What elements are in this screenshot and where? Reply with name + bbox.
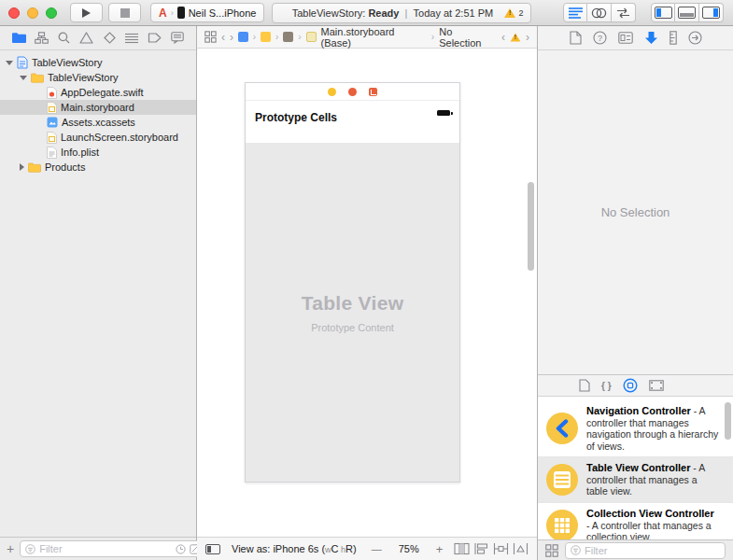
scheme-selector[interactable]: A › Neil S...iPhone — [150, 3, 264, 22]
folder-icon — [31, 73, 44, 83]
tree-item-group[interactable]: TableViewStory — [0, 70, 196, 85]
storyboard-file-icon — [47, 132, 57, 144]
toggle-navigator-button[interactable] — [651, 3, 675, 22]
tree-item-assets[interactable]: Assets.xcassets — [0, 115, 196, 130]
editor-mode-group — [563, 3, 636, 22]
back-button[interactable]: ‹ — [221, 31, 225, 44]
quick-help-inspector-icon[interactable]: ? — [593, 31, 607, 45]
tree-item-launchscreen[interactable]: LaunchScreen.storyboard — [0, 130, 196, 145]
tree-item-appdelegate[interactable]: AppDelegate.swift — [0, 85, 196, 100]
attributes-inspector-icon[interactable] — [644, 31, 658, 45]
version-editor-icon — [616, 7, 630, 19]
library-filter-field[interactable] — [565, 542, 726, 559]
project-navigator-tab[interactable] — [9, 29, 28, 48]
zoom-window-button[interactable] — [46, 7, 57, 19]
library-item-text: Table View Controller - A controller tha… — [586, 462, 720, 497]
forward-button[interactable]: › — [230, 31, 233, 44]
standard-editor-button[interactable] — [563, 3, 587, 22]
toggle-utilities-button[interactable] — [699, 3, 724, 22]
jump-bar-document[interactable]: Main.storyboard (Base) — [321, 26, 427, 49]
minimize-window-button[interactable] — [27, 7, 38, 19]
zoom-level[interactable]: 75% — [399, 543, 419, 554]
report-navigator-tab[interactable] — [168, 29, 187, 48]
library-filter-input[interactable] — [585, 545, 720, 556]
file-template-library-icon[interactable] — [579, 379, 590, 392]
disclosure-icon[interactable] — [20, 76, 27, 80]
library-item-collection-view-controller[interactable]: Collection View Controller - A controlle… — [538, 503, 733, 539]
first-responder-icon[interactable] — [348, 88, 357, 96]
jump-bar-selection[interactable]: No Selection — [439, 26, 497, 49]
related-items-icon[interactable] — [204, 31, 217, 43]
media-library-icon[interactable] — [649, 380, 664, 391]
table-view[interactable]: Table View Prototype Content — [246, 143, 459, 482]
identity-inspector-icon[interactable] — [618, 32, 633, 44]
size-inspector-icon[interactable] — [670, 31, 677, 45]
library-scrollbar[interactable] — [725, 402, 731, 440]
disclosure-icon[interactable] — [20, 163, 24, 171]
navigator-panel: TableViewStory TableViewStory AppDelegat… — [0, 26, 197, 560]
library-item-navigation-controller[interactable]: Navigation Controller - A controller tha… — [538, 400, 733, 457]
view-controller-icon[interactable] — [328, 88, 336, 96]
collection-view-controller-icon — [546, 510, 578, 539]
library-item-table-view-controller[interactable]: Table View Controller - A controller tha… — [538, 457, 733, 503]
find-navigator-tab[interactable] — [55, 29, 74, 48]
tree-item-products[interactable]: Products — [0, 160, 196, 175]
warning-badge[interactable]: 2 — [504, 8, 523, 18]
activity-text: TableViewStory: Ready | Today at 2:51 PM — [280, 7, 504, 19]
canvas-scrollbar[interactable] — [528, 182, 534, 271]
previous-issue-button[interactable]: ‹ — [501, 31, 505, 44]
toggle-debug-area-button[interactable] — [675, 3, 699, 22]
standard-editor-icon — [569, 7, 583, 19]
clock-icon[interactable] — [176, 544, 186, 554]
prototype-cells-header[interactable]: Prototype Cells — [246, 101, 459, 143]
stack-icon[interactable] — [473, 542, 489, 555]
activity-viewer[interactable]: TableViewStory: Ready | Today at 2:51 PM… — [272, 3, 531, 23]
scheme-destination-label: Neil S...iPhone — [189, 7, 257, 19]
app-icon: A — [159, 7, 167, 20]
resolve-auto-layout-icon[interactable] — [513, 542, 529, 555]
add-button[interactable]: + — [7, 542, 14, 555]
zoom-out-button[interactable]: — — [372, 543, 382, 554]
zoom-in-button[interactable]: + — [436, 542, 444, 556]
object-library-icon[interactable] — [623, 378, 638, 393]
run-button[interactable] — [70, 3, 103, 22]
warning-icon[interactable] — [511, 33, 521, 41]
debug-navigator-tab[interactable] — [122, 29, 141, 48]
test-navigator-tab[interactable] — [100, 29, 119, 48]
tree-label: Assets.xcassets — [62, 117, 135, 128]
update-frames-icon[interactable] — [454, 542, 470, 555]
filter-input[interactable] — [39, 543, 172, 554]
next-issue-button[interactable]: › — [526, 31, 529, 44]
exit-icon[interactable] — [369, 88, 377, 96]
connections-inspector-icon[interactable] — [688, 31, 702, 45]
file-inspector-icon[interactable] — [570, 31, 582, 45]
view-as-label[interactable]: View as: iPhone 6s (wC hR) — [232, 543, 357, 554]
symbol-navigator-tab[interactable] — [32, 29, 50, 48]
tree-item-main-storyboard[interactable]: Main.storyboard — [0, 100, 196, 115]
library-tab-bar: { } — [538, 374, 733, 397]
issue-navigator-tab[interactable] — [78, 29, 96, 48]
tree-label: AppDelegate.swift — [61, 87, 144, 98]
tree-item-infoplist[interactable]: Info.plist — [0, 145, 196, 160]
group-mini-icon[interactable] — [283, 32, 293, 42]
breakpoint-navigator-tab[interactable] — [146, 29, 164, 48]
table-view-title: Table View — [246, 292, 459, 315]
grid-view-toggle-icon[interactable] — [545, 544, 558, 557]
folder-mini-icon[interactable] — [261, 32, 271, 42]
stop-button[interactable] — [108, 3, 141, 22]
prototype-cells-label: Prototype Cells — [255, 111, 337, 124]
disclosure-icon[interactable] — [6, 61, 13, 65]
pin-icon[interactable] — [493, 542, 509, 555]
device-configuration-icon[interactable] — [205, 544, 220, 554]
navigator-filter-field[interactable] — [20, 540, 205, 557]
version-editor-button[interactable] — [612, 3, 636, 22]
assistant-editor-button[interactable] — [587, 3, 612, 22]
storyboard-mini-icon[interactable] — [306, 32, 317, 42]
navigator-tab-bar — [0, 26, 196, 50]
code-snippet-library-icon[interactable]: { } — [601, 381, 612, 391]
tree-item-project[interactable]: TableViewStory — [0, 55, 196, 70]
close-window-button[interactable] — [8, 7, 20, 19]
project-mini-icon[interactable] — [238, 32, 248, 42]
table-view-controller-scene[interactable]: Prototype Cells Table View Prototype Con… — [245, 82, 460, 483]
storyboard-canvas[interactable]: Prototype Cells Table View Prototype Con… — [197, 49, 537, 537]
